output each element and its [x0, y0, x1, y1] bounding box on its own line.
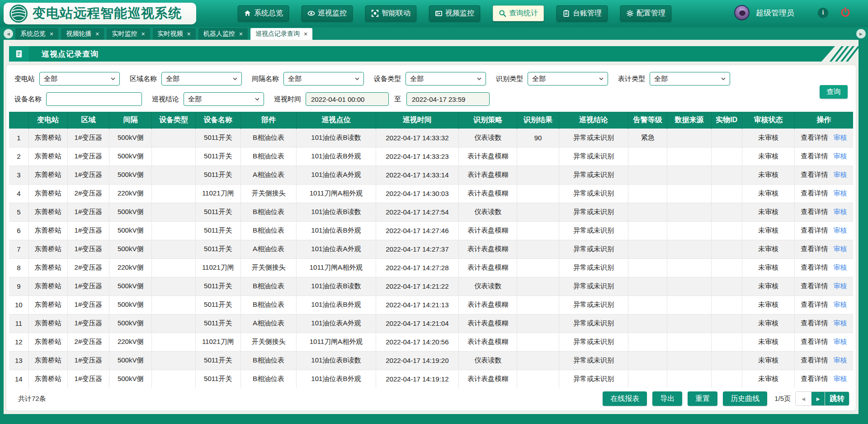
audit-link[interactable]: 审核 [834, 133, 847, 141]
table-cell: 2022-04-17 14:19:12 [376, 370, 458, 388]
view-detail-link[interactable]: 查看详情 [801, 133, 828, 141]
next-page-icon[interactable]: ▶ [811, 392, 825, 405]
view-detail-link[interactable]: 查看详情 [801, 282, 828, 290]
nav-link-button[interactable]: 智能联动 [365, 5, 416, 21]
time-from-input[interactable]: 2022-04-01 00:00 [306, 92, 389, 106]
filter-select-4[interactable]: 全部 [406, 72, 486, 86]
view-detail-link[interactable]: 查看详情 [801, 171, 828, 178]
close-icon[interactable]: × [304, 31, 307, 37]
logout-power-icon[interactable] [840, 7, 851, 18]
audit-link[interactable]: 审核 [834, 245, 847, 252]
audit-link[interactable]: 审核 [834, 152, 847, 160]
close-icon[interactable]: × [187, 31, 191, 37]
table-cell: 东善桥站 [28, 184, 67, 203]
tab-item[interactable]: 实时视频× [153, 28, 196, 40]
main-nav: 系统总览巡视监控智能联动视频监控查询统计台账管理配置管理 [238, 5, 671, 21]
close-icon[interactable]: × [239, 31, 243, 37]
table-cell [628, 221, 667, 240]
column-header: 巡视结论 [559, 112, 628, 129]
table-cell: 101油位表B读数 [297, 203, 376, 221]
table-cell [711, 221, 742, 240]
view-detail-link[interactable]: 查看详情 [801, 319, 828, 327]
audit-link[interactable]: 审核 [834, 338, 847, 345]
chevron-down-icon [255, 98, 259, 101]
filter-select-3[interactable]: 全部 [283, 72, 364, 86]
audit-link[interactable]: 审核 [834, 319, 847, 327]
conclusion-select[interactable]: 全部 [184, 92, 264, 106]
tab-scroll-right-icon[interactable]: ▶ [856, 29, 866, 38]
view-detail-link[interactable]: 查看详情 [801, 189, 828, 197]
view-detail-link[interactable]: 查看详情 [801, 245, 828, 252]
footer-button[interactable]: 重置 [688, 391, 717, 406]
footer-button[interactable]: 在线报表 [603, 391, 647, 406]
filter-select-2[interactable]: 全部 [161, 72, 242, 86]
view-detail-link[interactable]: 查看详情 [801, 338, 828, 345]
audit-link[interactable]: 审核 [834, 356, 847, 364]
view-detail-link[interactable]: 查看详情 [801, 152, 828, 160]
content-panel: 变电站全部区域名称全部间隔名称全部设备类型全部识别类型全部表计类型全部 设备名称… [6, 65, 856, 410]
table-cell: 2022-04-17 14:30:03 [376, 184, 458, 203]
actions-cell: 查看详情审核 [795, 147, 853, 166]
user-avatar[interactable] [734, 5, 750, 20]
prev-page-icon[interactable]: ◀ [796, 392, 811, 405]
device-name-input[interactable] [46, 92, 142, 106]
table-row: 5东善桥站1#变压器500kV侧5011开关B相油位表101油位表B读数2022… [9, 203, 853, 221]
table-cell [152, 295, 195, 314]
table-cell [628, 351, 667, 370]
footer-button[interactable]: 历史曲线 [723, 391, 767, 406]
audit-link[interactable]: 审核 [834, 226, 847, 234]
audit-link[interactable]: 审核 [834, 375, 847, 382]
nav-label: 智能联动 [382, 9, 410, 18]
video-icon [435, 10, 443, 17]
tab-item[interactable]: 实时监控× [107, 28, 150, 40]
table-cell: 5 [9, 203, 28, 221]
nav-search-button[interactable]: 查询统计 [493, 5, 544, 21]
tab-scroll-left-icon[interactable]: ◀ [4, 29, 13, 38]
view-detail-link[interactable]: 查看详情 [801, 300, 828, 308]
view-detail-link[interactable]: 查看详情 [801, 208, 828, 215]
filter-select-1[interactable]: 全部 [39, 72, 120, 86]
table-cell: 2022-04-17 14:27:37 [376, 240, 458, 258]
time-to-input[interactable]: 2022-04-17 23:59 [406, 92, 490, 106]
table-cell [667, 295, 711, 314]
audit-link[interactable]: 审核 [834, 171, 847, 178]
tab-item[interactable]: 系统总览× [15, 28, 58, 40]
info-icon[interactable]: i [818, 8, 828, 18]
view-detail-link[interactable]: 查看详情 [801, 263, 828, 271]
filter-select-6[interactable]: 全部 [650, 72, 730, 86]
view-detail-link[interactable]: 查看详情 [801, 356, 828, 364]
tab-item[interactable]: 机器人监控× [198, 28, 248, 40]
page-info: 1/5页 [774, 395, 791, 403]
table-cell: 500kV侧 [109, 147, 152, 166]
tab-item[interactable]: 视频轮播× [61, 28, 104, 40]
nav-gear-button[interactable]: 配置管理 [620, 5, 671, 21]
nav-ledger-button[interactable]: 台账管理 [557, 5, 608, 21]
table-cell: 东善桥站 [28, 240, 67, 258]
close-icon[interactable]: × [141, 31, 145, 37]
tab-label: 机器人监控 [203, 30, 235, 38]
audit-link[interactable]: 审核 [834, 300, 847, 308]
audit-link[interactable]: 审核 [834, 282, 847, 290]
table-cell [711, 203, 742, 221]
audit-link[interactable]: 审核 [834, 189, 847, 197]
close-icon[interactable]: × [50, 31, 53, 37]
table-cell: 101油位表A外观 [297, 240, 376, 258]
footer-button[interactable]: 导出 [652, 391, 682, 406]
nav-eye-button[interactable]: 巡视监控 [302, 5, 353, 21]
audit-link[interactable]: 审核 [834, 208, 847, 215]
nav-video-button[interactable]: 视频监控 [429, 5, 480, 21]
table-cell: B相油位表 [241, 370, 296, 388]
table-cell: A相油位表 [241, 240, 296, 258]
view-detail-link[interactable]: 查看详情 [801, 375, 828, 382]
table-cell [628, 184, 667, 203]
audit-link[interactable]: 审核 [834, 263, 847, 271]
jump-button[interactable]: 跳转 [825, 392, 849, 405]
close-icon[interactable]: × [95, 31, 99, 37]
table-row: 6东善桥站1#变压器500kV侧5011开关B相油位表101油位表B外观2022… [9, 221, 853, 240]
brand-panel: 变电站远程智能巡视系统 [4, 3, 196, 24]
view-detail-link[interactable]: 查看详情 [801, 226, 828, 234]
nav-home-button[interactable]: 系统总览 [238, 5, 289, 21]
filter-select-5[interactable]: 全部 [528, 72, 608, 86]
tab-item[interactable]: 巡视点记录查询× [250, 28, 312, 40]
search-button[interactable]: 查询 [820, 85, 848, 99]
